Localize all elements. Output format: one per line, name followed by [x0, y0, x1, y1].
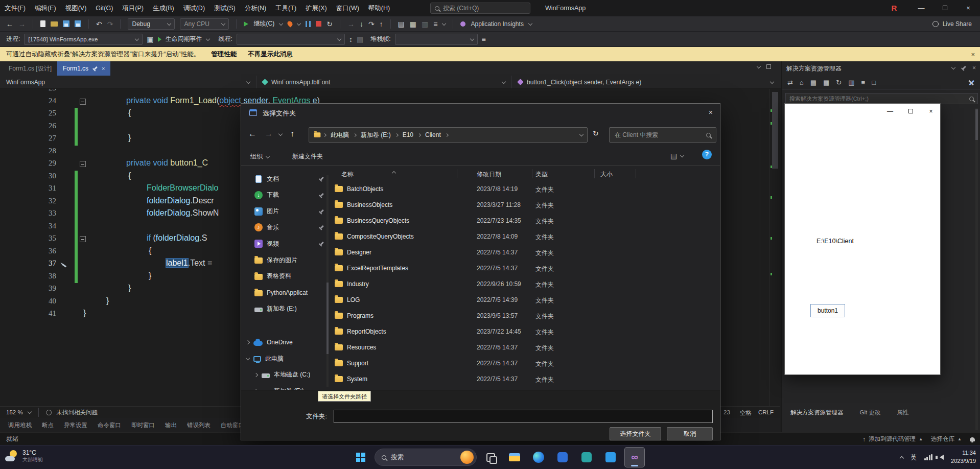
tool-window-tab[interactable]: 输出	[161, 421, 181, 429]
show-next-statement-icon[interactable]: →	[347, 20, 355, 28]
undo-icon[interactable]: ↶	[96, 20, 102, 28]
volume-icon[interactable]	[940, 455, 944, 460]
manage-performance-link[interactable]: 管理性能	[211, 50, 237, 59]
panel-menu-icon[interactable]	[951, 65, 955, 69]
menu-item[interactable]: 扩展(X)	[301, 0, 332, 16]
hot-reload-icon[interactable]	[287, 20, 294, 27]
zoom-level[interactable]: 152 %	[6, 409, 23, 415]
panel-scrollbar[interactable]	[975, 108, 978, 430]
navigate-back-icon[interactable]: ←	[6, 20, 13, 28]
process-dropdown[interactable]: [17548] WinFormsApp.exe	[24, 34, 143, 45]
tray-overflow-icon[interactable]	[900, 456, 904, 460]
menu-item[interactable]: 窗口(W)	[332, 0, 364, 16]
tab-pin-icon[interactable]	[91, 65, 99, 72]
clock[interactable]: 11:34 2023/9/19	[951, 449, 976, 465]
tool-window-tab[interactable]: 调用堆栈	[4, 421, 36, 429]
file-row[interactable]: Industry2022/9/26 10:59文件夹	[332, 278, 719, 292]
dialog-search-input[interactable]: 在 Client 中搜索	[609, 127, 716, 143]
tab-list-dropdown-icon[interactable]	[757, 64, 761, 68]
sidebar-item[interactable]: 图片	[246, 205, 328, 218]
dialog-close-icon[interactable]: ×	[709, 108, 713, 116]
file-row[interactable]: ReportObjects2023/7/22 14:45文件夹	[332, 326, 719, 339]
file-row[interactable]: BusinessQueryObjects2022/7/23 14:35文件夹	[332, 215, 719, 228]
recent-locations-icon[interactable]	[278, 132, 283, 136]
app-teal-button[interactable]	[576, 447, 597, 467]
open-file-icon[interactable]	[51, 21, 58, 27]
fold-marker-icon[interactable]	[80, 236, 86, 242]
break-all-icon[interactable]	[306, 21, 311, 27]
sync-with-active-document-icon[interactable]: ▦	[823, 79, 829, 86]
tab-close-icon[interactable]: ×	[102, 65, 105, 72]
restart-icon[interactable]: ↻	[326, 20, 333, 28]
platform-dropdown[interactable]: Any CPU	[180, 18, 229, 30]
line-ending-indicator[interactable]: CRLF	[758, 409, 774, 415]
sidebar-item[interactable]: 音乐	[246, 221, 328, 234]
sidebar-item[interactable]: 视频	[246, 237, 328, 250]
pending-changes-filter-icon[interactable]: ▤	[810, 79, 816, 86]
cancel-button[interactable]: 取消	[667, 427, 713, 440]
panel-bottom-tab[interactable]: 属性	[893, 409, 913, 416]
view-mode-button[interactable]: ▤	[670, 152, 684, 160]
show-all-files-icon[interactable]: ≡	[861, 79, 866, 86]
file-row[interactable]: System2022/7/5 14:37文件夹	[332, 373, 719, 387]
new-file-icon[interactable]	[40, 20, 45, 27]
tab-form1-designer[interactable]: Form1.cs [设计]	[3, 61, 57, 76]
info-bar-close-icon[interactable]: ×	[971, 51, 975, 58]
step-over-icon[interactable]: ↷	[368, 20, 375, 28]
redo-icon[interactable]: ↷	[107, 20, 113, 28]
toolbar-overflow-icon[interactable]	[442, 21, 446, 25]
sidebar-item[interactable]: 下载	[246, 189, 328, 202]
notifications-bell-icon[interactable]	[970, 437, 975, 441]
tool-window-tab[interactable]: 命令窗口	[94, 421, 125, 429]
sidebar-item[interactable]: 保存的图片	[246, 253, 328, 267]
member-dropdown[interactable]: button1_Click(object sender, EventArgs e…	[512, 76, 780, 88]
hot-reload-dropdown-icon[interactable]	[297, 21, 301, 25]
navigate-icon[interactable]: ▦	[410, 20, 416, 28]
add-to-source-control-button[interactable]: ↑ 添加到源代码管理 ▲	[862, 435, 923, 443]
file-row[interactable]: Designer2022/7/5 14:37文件夹	[332, 247, 719, 260]
app-minimize-button[interactable]: —	[880, 104, 900, 119]
fold-marker-icon[interactable]	[80, 99, 86, 105]
type-dropdown[interactable]: WinFormsApp.lblFont	[256, 76, 512, 88]
address-dropdown-icon[interactable]	[579, 132, 584, 136]
save-all-icon[interactable]	[75, 20, 81, 27]
help-icon[interactable]	[702, 150, 712, 159]
thread-nav-icon[interactable]: ↕	[349, 35, 353, 43]
r-extension-icon[interactable]: R	[889, 3, 899, 13]
crumb-separator-icon[interactable]	[353, 133, 357, 136]
file-row[interactable]: ExcelReportTemplates2022/7/5 14:37文件夹	[332, 263, 719, 276]
menu-item[interactable]: 分析(N)	[240, 0, 271, 16]
configuration-dropdown[interactable]: Debug	[128, 18, 175, 30]
column-name[interactable]: 名称	[341, 170, 354, 179]
minimize-button[interactable]: —	[909, 0, 933, 16]
menu-item[interactable]: 视图(V)	[61, 0, 91, 16]
crumb-separator-icon[interactable]	[445, 133, 449, 136]
input-language-indicator[interactable]: 英	[911, 453, 917, 462]
menu-item[interactable]: 生成(B)	[148, 0, 179, 16]
sidebar-item[interactable]: 文档	[246, 172, 328, 185]
forward-icon[interactable]: →	[265, 129, 273, 138]
diff-icon[interactable]: ▤	[398, 20, 405, 28]
project-dropdown[interactable]: WinFormsApp	[0, 76, 256, 88]
organize-button[interactable]: 组织	[250, 152, 269, 161]
visual-studio-button[interactable]: ∞	[624, 447, 645, 467]
menu-item[interactable]: 测试(S)	[209, 0, 240, 16]
file-row[interactable]: Resources2022/7/5 14:37文件夹	[332, 342, 719, 355]
menu-item[interactable]: 编辑(E)	[30, 0, 61, 16]
quick-search[interactable]: 搜索 (Ctrl+Q)	[430, 3, 530, 14]
select-repository-button[interactable]: 选择仓库 ▲	[931, 435, 962, 443]
crumb-separator-icon[interactable]	[417, 133, 421, 136]
weather-widget[interactable]: 31°C 大部晴朗	[5, 449, 43, 463]
stack-frame-dropdown[interactable]	[395, 34, 478, 45]
preview-selected-icon[interactable]: □	[872, 79, 876, 86]
expand-chevron-icon[interactable]	[246, 356, 250, 360]
menu-item[interactable]: 项目(P)	[118, 0, 148, 16]
sidebar-item[interactable]: 新加卷 (E:)	[246, 302, 328, 315]
start-button[interactable]	[351, 447, 371, 467]
close-button[interactable]: ×	[956, 0, 980, 16]
vscode-button[interactable]	[600, 447, 621, 467]
file-row[interactable]: Programs2023/9/5 13:57文件夹	[332, 310, 719, 323]
thread-dropdown[interactable]	[237, 34, 345, 45]
zoom-dropdown-icon[interactable]	[27, 410, 31, 414]
tool-window-tab[interactable]: 错误列表	[183, 421, 215, 429]
